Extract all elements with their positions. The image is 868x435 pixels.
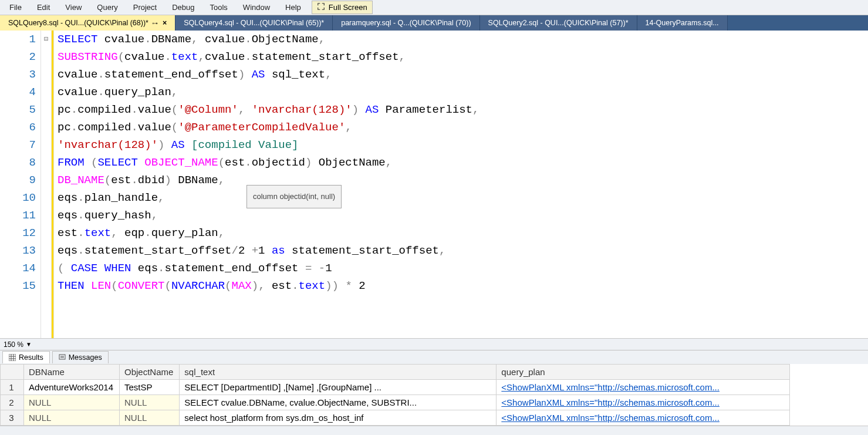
tab-results[interactable]: Results bbox=[2, 351, 50, 363]
tab-sqlquery4[interactable]: SQLQuery4.sql - QUI...(QUICK\Pinal (65))… bbox=[175, 15, 333, 31]
code-line[interactable]: eqs.query_hash, bbox=[58, 207, 868, 224]
tab-messages[interactable]: Messages bbox=[52, 351, 109, 363]
cell-DBName[interactable]: AdventureWorks2014 bbox=[24, 380, 120, 395]
code-line[interactable]: cvalue.query_plan, bbox=[58, 83, 868, 101]
menu-project[interactable]: Project bbox=[126, 1, 164, 14]
sql-editor[interactable]: 123456789101112131415 ⊟ SELECT cvalue.DB… bbox=[0, 31, 868, 338]
cell-sql_text[interactable]: select host_platform from sys.dm_os_host… bbox=[180, 410, 497, 426]
tab-label: SQLQuery2.sql - QUI...(QUICK\Pinal (57))… bbox=[488, 19, 629, 27]
cell-DBName[interactable]: NULL bbox=[24, 410, 120, 426]
fullscreen-button[interactable]: Full Screen bbox=[312, 1, 373, 14]
column-header[interactable]: sql_text bbox=[180, 365, 497, 380]
tab-label: SQLQuery8.sql - QUI...(QUICK\Pinal (68))… bbox=[8, 19, 148, 27]
code-line[interactable]: pc.compiled.value('@ParameterCompiledVal… bbox=[58, 119, 868, 136]
editor-zoom-bar: 150 % ▼ bbox=[0, 338, 868, 350]
code-line[interactable]: pc.compiled.value('@Column', 'nvarchar(1… bbox=[58, 101, 868, 119]
code-area[interactable]: SELECT cvalue.DBName, cvalue.ObjectName,… bbox=[54, 31, 868, 338]
svg-rect-0 bbox=[9, 354, 16, 361]
menu-query[interactable]: Query bbox=[90, 1, 124, 14]
zoom-level[interactable]: 150 % bbox=[4, 340, 23, 349]
tab-label: SQLQuery4.sql - QUI...(QUICK\Pinal (65))… bbox=[184, 19, 324, 27]
horizontal-scrollbar[interactable] bbox=[0, 426, 868, 435]
tab-label: 14-QueryParams.sql... bbox=[646, 19, 719, 27]
column-header[interactable]: ObjectName bbox=[119, 365, 179, 380]
intellisense-tooltip: column objectid(int, null) bbox=[246, 185, 342, 208]
cell-query_plan[interactable]: <ShowPlanXML xmlns="http://schemas.micro… bbox=[497, 410, 790, 426]
pin-icon[interactable]: ⊶ bbox=[152, 20, 158, 26]
table-row[interactable]: 2NULLNULLSELECT cvalue.DBName, cvalue.Ob… bbox=[1, 395, 790, 410]
menu-view[interactable]: View bbox=[58, 1, 89, 14]
cell-ObjectName[interactable]: NULL bbox=[119, 395, 179, 410]
cell-ObjectName[interactable]: NULL bbox=[119, 410, 179, 426]
document-tabs: SQLQuery8.sql - QUI...(QUICK\Pinal (68))… bbox=[0, 15, 868, 31]
cell-query_plan[interactable]: <ShowPlanXML xmlns="http://schemas.micro… bbox=[497, 395, 790, 410]
tab-14queryparams[interactable]: 14-QueryParams.sql... bbox=[637, 15, 728, 31]
menu-tools[interactable]: Tools bbox=[203, 1, 235, 14]
code-line[interactable]: SELECT cvalue.DBName, cvalue.ObjectName, bbox=[58, 31, 868, 48]
results-label: Results bbox=[19, 353, 43, 362]
code-line[interactable]: 'nvarchar(128)') AS [compiled Value] bbox=[58, 136, 868, 154]
cell-query_plan[interactable]: <ShowPlanXML xmlns="http://schemas.micro… bbox=[497, 380, 790, 395]
tab-label: paramquery.sql - Q...(QUICK\Pinal (70)) bbox=[341, 19, 471, 27]
tab-sqlquery8[interactable]: SQLQuery8.sql - QUI...(QUICK\Pinal (68))… bbox=[0, 15, 175, 31]
code-line[interactable]: THEN LEN(CONVERT(NVARCHAR(MAX), est.text… bbox=[58, 277, 868, 295]
code-line[interactable]: eqs.statement_start_offset/2 +1 as state… bbox=[58, 242, 868, 259]
table-row[interactable]: 3NULLNULLselect host_platform from sys.d… bbox=[1, 410, 790, 426]
code-line[interactable]: SUBSTRING(cvalue.text,cvalue.statement_s… bbox=[58, 48, 868, 66]
menu-debug[interactable]: Debug bbox=[165, 1, 201, 14]
code-line[interactable]: FROM (SELECT OBJECT_NAME(est.objectid) O… bbox=[58, 154, 868, 171]
menu-file[interactable]: File bbox=[2, 1, 29, 14]
menu-edit[interactable]: Edit bbox=[30, 1, 57, 14]
table-row[interactable]: 1AdventureWorks2014TestSPSELECT [Departm… bbox=[1, 380, 790, 395]
menubar: File Edit View Query Project Debug Tools… bbox=[0, 0, 868, 15]
fullscreen-icon bbox=[317, 2, 325, 12]
svg-rect-1 bbox=[59, 355, 65, 359]
chevron-down-icon[interactable]: ▼ bbox=[26, 341, 32, 348]
close-icon[interactable]: × bbox=[163, 19, 167, 27]
fold-gutter[interactable]: ⊟ bbox=[41, 31, 52, 338]
results-tabstrip: Results Messages bbox=[0, 350, 868, 364]
fullscreen-label: Full Screen bbox=[329, 3, 367, 12]
code-line[interactable]: cvalue.statement_end_offset) AS sql_text… bbox=[58, 66, 868, 83]
messages-label: Messages bbox=[69, 353, 102, 362]
code-line[interactable]: DB_NAME(est.dbid) DBName, bbox=[58, 171, 868, 189]
column-header[interactable]: DBName bbox=[24, 365, 120, 380]
grid-icon bbox=[9, 354, 16, 361]
cell-ObjectName[interactable]: TestSP bbox=[119, 380, 179, 395]
code-line[interactable]: ( CASE WHEN eqs.statement_end_offset = -… bbox=[58, 259, 868, 277]
results-grid[interactable]: DBNameObjectNamesql_textquery_plan 1Adve… bbox=[0, 364, 868, 426]
cell-sql_text[interactable]: SELECT [DepartmentID] ,[Name] ,[GroupNam… bbox=[180, 380, 497, 395]
tab-sqlquery2[interactable]: SQLQuery2.sql - QUI...(QUICK\Pinal (57))… bbox=[480, 15, 637, 31]
cell-DBName[interactable]: NULL bbox=[24, 395, 120, 410]
code-line[interactable]: est.text, eqp.query_plan, bbox=[58, 224, 868, 242]
cell-sql_text[interactable]: SELECT cvalue.DBName, cvalue.ObjectName,… bbox=[180, 395, 497, 410]
messages-icon bbox=[59, 354, 66, 361]
line-number-gutter: 123456789101112131415 bbox=[0, 31, 41, 338]
menu-help[interactable]: Help bbox=[278, 1, 308, 14]
tab-paramquery[interactable]: paramquery.sql - Q...(QUICK\Pinal (70)) bbox=[333, 15, 479, 31]
menu-window[interactable]: Window bbox=[236, 1, 277, 14]
column-header[interactable]: query_plan bbox=[497, 365, 790, 380]
code-line[interactable]: eqs.plan_handle, bbox=[58, 189, 868, 207]
